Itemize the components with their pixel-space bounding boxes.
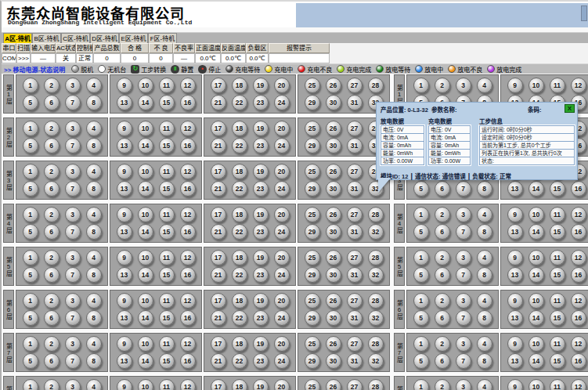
slot-circle[interactable]: 7 — [456, 353, 471, 369]
slot-circle[interactable]: 8 — [86, 224, 102, 240]
slot-circle[interactable]: 28 — [368, 293, 384, 309]
slot-circle[interactable]: 26 — [326, 78, 341, 93]
slot-circle[interactable]: 22 — [232, 310, 247, 326]
slot-circle[interactable]: 12 — [571, 250, 586, 265]
slot-circle[interactable]: 2 — [435, 78, 450, 93]
slot-circle[interactable]: 14 — [138, 267, 153, 283]
slot-circle[interactable]: 24 — [274, 310, 290, 326]
slot-circle[interactable]: 22 — [232, 267, 247, 283]
slot-circle[interactable]: 8 — [86, 181, 102, 197]
slot-circle[interactable]: 12 — [180, 336, 196, 352]
slot-circle[interactable]: 10 — [528, 207, 544, 222]
slot-circle[interactable]: 3 — [65, 121, 81, 136]
tab-zone-e[interactable]: E区-待机 — [119, 33, 148, 43]
slot-circle[interactable]: 6 — [435, 267, 450, 283]
slot-circle[interactable]: 1 — [413, 78, 429, 93]
slot-circle[interactable]: 17 — [211, 207, 226, 222]
slot-circle[interactable]: 13 — [117, 138, 132, 153]
slot-circle[interactable]: 30 — [326, 95, 341, 110]
slot-circle[interactable]: 2 — [435, 379, 450, 390]
slot-circle[interactable]: 7 — [456, 267, 471, 283]
slot-circle[interactable]: 18 — [232, 121, 247, 136]
slot-circle[interactable]: 12 — [571, 78, 586, 93]
slot-circle[interactable]: 6 — [435, 310, 450, 326]
slot-circle[interactable]: 31 — [347, 138, 363, 153]
slot-circle[interactable]: 6 — [44, 138, 60, 153]
slot-circle[interactable]: 11 — [159, 78, 175, 93]
slot-circle[interactable]: 15 — [550, 267, 565, 283]
slot-circle[interactable]: 6 — [435, 181, 450, 197]
slot-circle[interactable]: 2 — [435, 207, 450, 222]
slot-circle[interactable]: 31 — [347, 310, 363, 326]
slot-circle[interactable]: 1 — [413, 207, 429, 222]
slot-circle[interactable]: 10 — [528, 293, 544, 309]
slot-circle[interactable]: 5 — [413, 267, 429, 283]
slot-circle[interactable]: 3 — [456, 379, 471, 390]
slot-circle[interactable]: 12 — [180, 121, 196, 136]
slot-circle[interactable]: 1 — [23, 207, 38, 222]
slot-circle[interactable]: 3 — [65, 78, 81, 93]
slot-circle[interactable]: 2 — [44, 121, 60, 136]
slot-circle[interactable]: 22 — [232, 181, 247, 197]
slot-circle[interactable]: 29 — [305, 267, 320, 283]
slot-circle[interactable]: 27 — [347, 336, 363, 352]
slot-circle[interactable]: 22 — [232, 95, 247, 110]
slot-circle[interactable]: 21 — [211, 138, 226, 153]
slot-circle[interactable]: 10 — [528, 379, 544, 390]
slot-circle[interactable]: 14 — [528, 267, 544, 283]
slot-circle[interactable]: 24 — [274, 353, 290, 369]
slot-circle[interactable]: 7 — [456, 224, 471, 240]
slot-circle[interactable]: 10 — [138, 164, 153, 179]
slot-circle[interactable]: 7 — [65, 224, 81, 240]
slot-circle[interactable]: 5 — [23, 267, 38, 283]
slot-circle[interactable]: 11 — [159, 207, 175, 222]
slot-circle[interactable]: 14 — [528, 224, 544, 240]
slot-circle[interactable]: 21 — [211, 267, 226, 283]
slot-circle[interactable]: 7 — [65, 267, 81, 283]
slot-circle[interactable]: 10 — [138, 293, 153, 309]
slot-circle[interactable]: 30 — [326, 138, 341, 153]
slot-circle[interactable]: 2 — [44, 336, 60, 352]
slot-circle[interactable]: 14 — [138, 95, 153, 110]
slot-circle[interactable]: 17 — [211, 336, 226, 352]
slot-circle[interactable]: 4 — [86, 379, 102, 390]
slot-circle[interactable]: 16 — [180, 181, 196, 197]
slot-circle[interactable]: 13 — [507, 224, 523, 240]
slot-circle[interactable]: 6 — [44, 353, 60, 369]
slot-circle[interactable]: 17 — [211, 121, 226, 136]
slot-circle[interactable]: 16 — [180, 95, 196, 110]
slot-circle[interactable]: 5 — [413, 310, 429, 326]
slot-circle[interactable]: 26 — [326, 336, 341, 352]
slot-circle[interactable]: 22 — [232, 224, 247, 240]
slot-circle[interactable]: 20 — [274, 78, 290, 93]
slot-circle[interactable]: 10 — [528, 250, 544, 265]
tab-zone-d[interactable]: D区-待机 — [90, 33, 119, 43]
slot-circle[interactable]: 8 — [477, 181, 492, 197]
slot-circle[interactable]: 13 — [507, 267, 523, 283]
slot-circle[interactable]: 9 — [117, 336, 132, 352]
slot-circle[interactable]: 1 — [23, 78, 38, 93]
slot-circle[interactable]: 6 — [435, 353, 450, 369]
slot-circle[interactable]: 13 — [117, 267, 132, 283]
slot-circle[interactable]: 27 — [347, 164, 363, 179]
slot-circle[interactable]: 11 — [550, 293, 565, 309]
slot-circle[interactable]: 12 — [180, 207, 196, 222]
slot-circle[interactable]: 6 — [44, 224, 60, 240]
slot-circle[interactable]: 30 — [326, 310, 341, 326]
slot-circle[interactable]: 28 — [368, 207, 384, 222]
slot-circle[interactable]: 2 — [435, 336, 450, 352]
slot-circle[interactable]: 6 — [44, 95, 60, 110]
slot-circle[interactable]: 2 — [44, 293, 60, 309]
slot-circle[interactable]: 31 — [347, 95, 363, 110]
slot-circle[interactable]: 26 — [326, 379, 341, 390]
slot-circle[interactable]: 14 — [138, 310, 153, 326]
slot-circle[interactable]: 9 — [507, 293, 523, 309]
slot-circle[interactable]: 13 — [117, 353, 132, 369]
slot-circle[interactable]: 3 — [65, 293, 81, 309]
slot-circle[interactable]: 12 — [180, 78, 196, 93]
slot-circle[interactable]: 27 — [347, 293, 363, 309]
slot-circle[interactable]: 9 — [507, 207, 523, 222]
slot-circle[interactable]: 16 — [571, 181, 586, 197]
slot-circle[interactable]: 16 — [571, 267, 586, 283]
titlebar-corner-icon[interactable] — [581, 5, 587, 21]
